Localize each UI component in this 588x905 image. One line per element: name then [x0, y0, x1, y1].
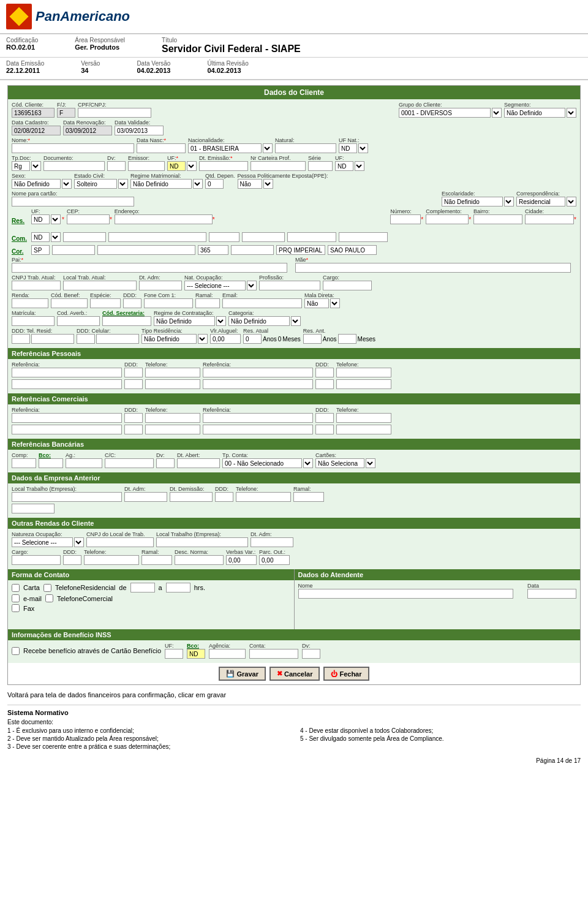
- tp-doc-select[interactable]: [31, 161, 41, 171]
- cod-cliente-input[interactable]: [12, 108, 55, 118]
- ddd-c3-input[interactable]: [124, 425, 143, 434]
- bco-beneficio-input[interactable]: [187, 649, 205, 659]
- regime-contrat-select[interactable]: [216, 316, 226, 326]
- data-renovacao-input[interactable]: [63, 126, 112, 135]
- local-trab-outras-input[interactable]: [156, 537, 248, 547]
- tel-p3-input[interactable]: [145, 379, 200, 389]
- tel-c1-input[interactable]: [145, 413, 200, 423]
- numero-cor-input[interactable]: [198, 245, 228, 255]
- ddd-c2-input[interactable]: [315, 413, 334, 423]
- sexo-select[interactable]: [62, 179, 72, 189]
- email-checkbox[interactable]: [12, 594, 20, 602]
- ddd-p2-input[interactable]: [315, 368, 334, 377]
- pai-input[interactable]: [12, 263, 287, 273]
- res-atual-anos-input[interactable]: [243, 334, 262, 344]
- desc-norma-input[interactable]: [175, 555, 224, 565]
- regime-input[interactable]: [130, 179, 192, 189]
- bairro-cor-input[interactable]: [276, 245, 325, 255]
- tp-conta-select[interactable]: [303, 458, 313, 468]
- nacionalidade-input[interactable]: [188, 143, 262, 153]
- tel-outras-input[interactable]: [84, 555, 139, 565]
- cc-input[interactable]: [105, 458, 154, 468]
- cor-link[interactable]: Cor.: [12, 248, 29, 255]
- estado-civil-input[interactable]: [74, 179, 117, 189]
- tel-residencial-checkbox[interactable]: [43, 584, 51, 592]
- nat-ocup-outras-select[interactable]: [74, 537, 84, 547]
- endereco-com-input[interactable]: [108, 232, 206, 242]
- bairro-res-input[interactable]: [473, 214, 522, 224]
- dt-adm-outras-input[interactable]: [251, 537, 293, 547]
- complemento-res-input[interactable]: [426, 214, 469, 224]
- correspondencia-input[interactable]: [516, 197, 565, 206]
- grupo-select[interactable]: [492, 108, 502, 118]
- fax-checkbox[interactable]: [12, 604, 20, 612]
- ref-c2-input[interactable]: [203, 413, 313, 423]
- tel-c4-input[interactable]: [336, 425, 391, 434]
- sexo-input[interactable]: [12, 179, 61, 189]
- segmento-input[interactable]: [504, 108, 565, 118]
- ref-p2-input[interactable]: [203, 368, 313, 377]
- uf-res-input[interactable]: [31, 214, 50, 224]
- nome-cartao-input[interactable]: [12, 197, 134, 206]
- a-input[interactable]: [166, 583, 190, 593]
- renda-ant-input[interactable]: [12, 504, 55, 513]
- data-validade-input[interactable]: [115, 126, 164, 135]
- ref-p4-input[interactable]: [203, 379, 313, 389]
- ddd-tel-resid-input[interactable]: [12, 334, 30, 344]
- tel-resid-input[interactable]: [31, 334, 74, 344]
- dv-input[interactable]: [107, 161, 126, 171]
- tel-p2-input[interactable]: [336, 368, 391, 377]
- nat-ocup-outras-input[interactable]: [12, 537, 73, 547]
- numero-res-input[interactable]: [390, 214, 421, 224]
- complemento-cor-input[interactable]: [231, 245, 274, 255]
- tel-c2-input[interactable]: [336, 413, 391, 423]
- tipo-residencia-input[interactable]: [141, 334, 197, 344]
- dt-abert-input[interactable]: [177, 458, 220, 468]
- cancelar-button[interactable]: ✖ Cancelar: [270, 667, 320, 681]
- data-nasc-input[interactable]: [137, 143, 186, 153]
- cpf-input[interactable]: [78, 108, 151, 118]
- uf2-select[interactable]: [355, 161, 364, 171]
- nr-carteira-input[interactable]: [251, 161, 306, 171]
- res-link[interactable]: Res.: [12, 218, 29, 224]
- agencia-beneficio-input[interactable]: [209, 649, 246, 659]
- atendente-nome-input[interactable]: [298, 589, 514, 599]
- dt-emissao-input[interactable]: [199, 161, 248, 171]
- dt-adm-ant-input[interactable]: [124, 492, 167, 502]
- ddd-p3-input[interactable]: [124, 379, 143, 389]
- categoria-input[interactable]: [228, 316, 290, 326]
- nacionalidade-select[interactable]: [263, 143, 273, 153]
- cep-cor-input[interactable]: [52, 245, 95, 255]
- bco-input[interactable]: [39, 458, 63, 468]
- uf-nat-input[interactable]: [339, 143, 357, 153]
- endereco-res-input[interactable]: [115, 214, 213, 224]
- tp-doc-input[interactable]: [12, 161, 30, 171]
- ref-c3-input[interactable]: [12, 425, 122, 434]
- cnpj-trab-input[interactable]: [12, 281, 61, 290]
- gravar-button[interactable]: 💾 Gravar: [219, 667, 265, 681]
- numero-com-input[interactable]: [209, 232, 239, 242]
- email-input[interactable]: [222, 298, 302, 308]
- carta-checkbox[interactable]: [12, 584, 20, 592]
- ramal-ant-input[interactable]: [293, 492, 324, 502]
- vlr-aluguel-input[interactable]: [210, 334, 241, 344]
- fechar-button[interactable]: ⏻ Fechar: [323, 667, 369, 681]
- correspondencia-select[interactable]: [567, 197, 576, 206]
- tel-ant-input[interactable]: [236, 492, 291, 502]
- cargo-outras-input[interactable]: [12, 555, 61, 565]
- uf-doc-input[interactable]: [167, 161, 186, 171]
- cep-com-input[interactable]: [63, 232, 106, 242]
- uf-doc-select[interactable]: [187, 161, 197, 171]
- categoria-select[interactable]: [291, 316, 301, 326]
- com-link[interactable]: Com.: [12, 235, 29, 242]
- tel-p4-input[interactable]: [336, 379, 391, 389]
- uf-beneficio-input[interactable]: [165, 649, 183, 659]
- tp-conta-input[interactable]: [222, 458, 302, 468]
- ppe-input[interactable]: [238, 179, 262, 189]
- nome-input[interactable]: [12, 143, 134, 153]
- regime-contrat-input[interactable]: [154, 316, 215, 326]
- tipo-residencia-select[interactable]: [198, 334, 208, 344]
- fone-com-input[interactable]: [144, 298, 193, 308]
- mala-direta-input[interactable]: [304, 298, 329, 308]
- ref-p1-input[interactable]: [12, 368, 122, 377]
